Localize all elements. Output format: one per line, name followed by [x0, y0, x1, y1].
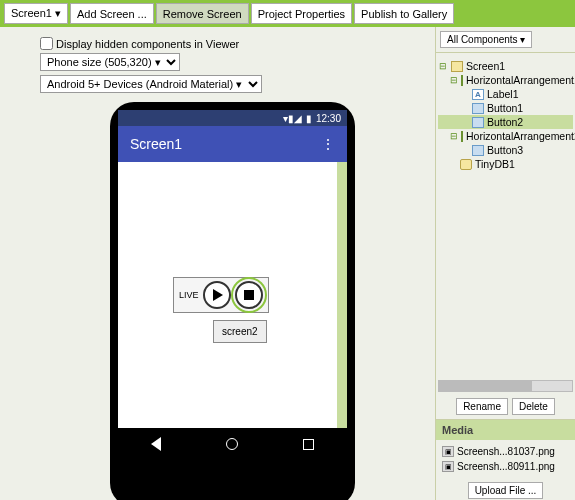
button-icon: [472, 103, 484, 114]
play-icon: [213, 289, 223, 301]
menu-icon[interactable]: ⋮: [321, 136, 335, 152]
tree-item-h1[interactable]: ⊟ HorizontalArrangement1: [438, 73, 573, 87]
stop-icon: [244, 290, 254, 300]
horizontal-arrangement-1[interactable]: LIVE: [173, 277, 269, 313]
tree-label: TinyDB1: [475, 158, 515, 170]
home-icon[interactable]: [226, 438, 238, 450]
button-icon: [472, 145, 484, 156]
tree-label: Label1: [487, 88, 519, 100]
database-icon: [460, 159, 472, 170]
selection-strip: [337, 162, 347, 428]
app-title: Screen1: [130, 136, 182, 152]
tree-item-button3[interactable]: Button3: [438, 143, 573, 157]
layout-icon: [461, 75, 463, 86]
status-bar: ▾▮◢ ▮ 12:30: [118, 110, 347, 126]
device-select[interactable]: Android 5+ Devices (Android Material) ▾: [40, 75, 262, 93]
wifi-icon: ▾▮◢: [283, 113, 302, 124]
status-time: 12:30: [316, 113, 341, 124]
tree-item-button1[interactable]: Button1: [438, 101, 573, 115]
tree-label: Button3: [487, 144, 523, 156]
tree-label: HorizontalArrangement2: [466, 130, 575, 142]
hidden-components-text: Display hidden components in Viewer: [56, 38, 239, 50]
project-properties-button[interactable]: Project Properties: [251, 3, 352, 24]
delete-button[interactable]: Delete: [512, 398, 555, 415]
media-item[interactable]: ▣ Screensh...80911.png: [442, 459, 569, 474]
tree-label: HorizontalArrangement1: [466, 74, 575, 86]
collapse-icon[interactable]: ⊟: [438, 61, 448, 71]
collapse-icon[interactable]: ⊟: [450, 75, 458, 85]
tree-item-label1[interactable]: A Label1: [438, 87, 573, 101]
media-section: Media ▣ Screensh...81037.png ▣ Screensh.…: [436, 419, 575, 500]
components-panel: All Components ▾ ⊟ Screen1 ⊟ HorizontalA…: [435, 27, 575, 500]
stop-button[interactable]: [235, 281, 263, 309]
media-item[interactable]: ▣ Screensh...81037.png: [442, 444, 569, 459]
tree-label: Screen1: [466, 60, 505, 72]
tree-item-tinydb[interactable]: TinyDB1: [438, 157, 573, 171]
app-bar: Screen1 ⋮: [118, 126, 347, 162]
media-header: Media: [436, 420, 575, 440]
remove-screen-button[interactable]: Remove Screen: [156, 3, 249, 24]
add-screen-button[interactable]: Add Screen ...: [70, 3, 154, 24]
tree-item-h2[interactable]: ⊟ HorizontalArrangement2: [438, 129, 573, 143]
play-button[interactable]: [203, 281, 231, 309]
back-icon[interactable]: [151, 437, 161, 451]
tree-item-button2[interactable]: Button2: [438, 115, 573, 129]
recent-icon[interactable]: [303, 439, 314, 450]
label-icon: A: [472, 89, 484, 100]
upload-file-button[interactable]: Upload File ...: [468, 482, 544, 499]
button-icon: [472, 117, 484, 128]
android-navbar: [118, 428, 347, 460]
live-label[interactable]: LIVE: [177, 290, 201, 300]
phone-size-select[interactable]: Phone size (505,320) ▾: [40, 53, 180, 71]
components-tree: ⊟ Screen1 ⊟ HorizontalArrangement1 A Lab…: [436, 53, 575, 378]
media-filename: Screensh...81037.png: [457, 446, 555, 457]
horizontal-scrollbar[interactable]: [438, 380, 573, 392]
app-body: LIVE screen2: [118, 162, 347, 428]
publish-button[interactable]: Publish to Gallery: [354, 3, 454, 24]
screen-dropdown[interactable]: Screen1 ▾: [4, 3, 68, 24]
screen2-button[interactable]: screen2: [213, 320, 267, 343]
tree-item-screen1[interactable]: ⊟ Screen1: [438, 59, 573, 73]
image-icon: ▣: [442, 461, 454, 472]
screen-icon: [451, 61, 463, 72]
viewer-area: Display hidden components in Viewer Phon…: [0, 27, 435, 500]
hidden-components-checkbox[interactable]: [40, 37, 53, 50]
tree-label: Button1: [487, 102, 523, 114]
image-icon: ▣: [442, 446, 454, 457]
battery-icon: ▮: [306, 113, 312, 124]
tree-label: Button2: [487, 116, 523, 128]
hidden-components-checkbox-label[interactable]: Display hidden components in Viewer: [40, 37, 425, 50]
collapse-icon[interactable]: ⊟: [450, 131, 458, 141]
media-filename: Screensh...80911.png: [457, 461, 555, 472]
top-toolbar: Screen1 ▾ Add Screen ... Remove Screen P…: [0, 0, 575, 27]
layout-icon: [461, 131, 463, 142]
phone-frame: ▾▮◢ ▮ 12:30 Screen1 ⋮ LIVE: [110, 102, 355, 500]
components-filter-dropdown[interactable]: All Components ▾: [440, 31, 532, 48]
rename-button[interactable]: Rename: [456, 398, 508, 415]
